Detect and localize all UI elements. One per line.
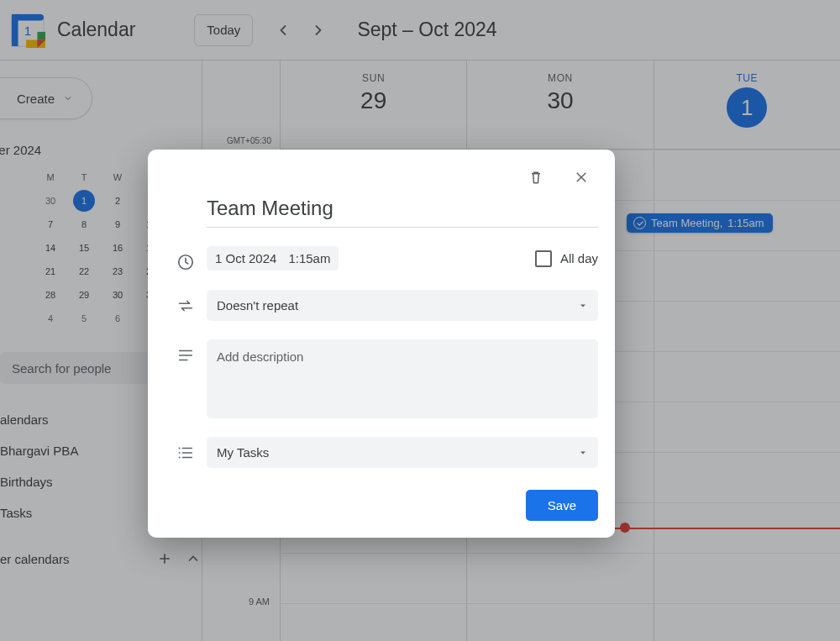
all-day-label: All day — [560, 251, 598, 265]
datetime-wrapper: 1 Oct 2024 1:15am — [207, 246, 339, 271]
svg-point-9 — [179, 452, 181, 454]
svg-point-8 — [179, 448, 181, 449]
description-icon — [165, 339, 207, 365]
task-title-input[interactable] — [207, 193, 598, 228]
task-editor-modal: 1 Oct 2024 1:15am All day Doesn't repeat — [148, 150, 615, 538]
description-placeholder: Add description — [217, 349, 303, 364]
close-button[interactable] — [564, 160, 598, 194]
all-day-checkbox[interactable] — [535, 250, 552, 267]
repeat-select-value: Doesn't repeat — [217, 298, 298, 313]
repeat-icon — [165, 290, 207, 315]
tasklist-select[interactable]: My Tasks — [207, 437, 598, 468]
tasklist-select-value: My Tasks — [217, 445, 269, 460]
chevron-down-icon — [578, 448, 588, 458]
description-input[interactable]: Add description — [207, 339, 598, 418]
clock-icon — [165, 246, 207, 271]
svg-point-10 — [179, 457, 181, 459]
task-date-field[interactable]: 1 Oct 2024 — [215, 251, 276, 265]
delete-button[interactable] — [519, 160, 553, 194]
save-button[interactable]: Save — [526, 490, 598, 521]
chevron-down-icon — [578, 301, 588, 311]
task-time-field[interactable]: 1:15am — [288, 251, 330, 265]
tasklist-icon — [165, 437, 207, 462]
repeat-select[interactable]: Doesn't repeat — [207, 290, 598, 321]
